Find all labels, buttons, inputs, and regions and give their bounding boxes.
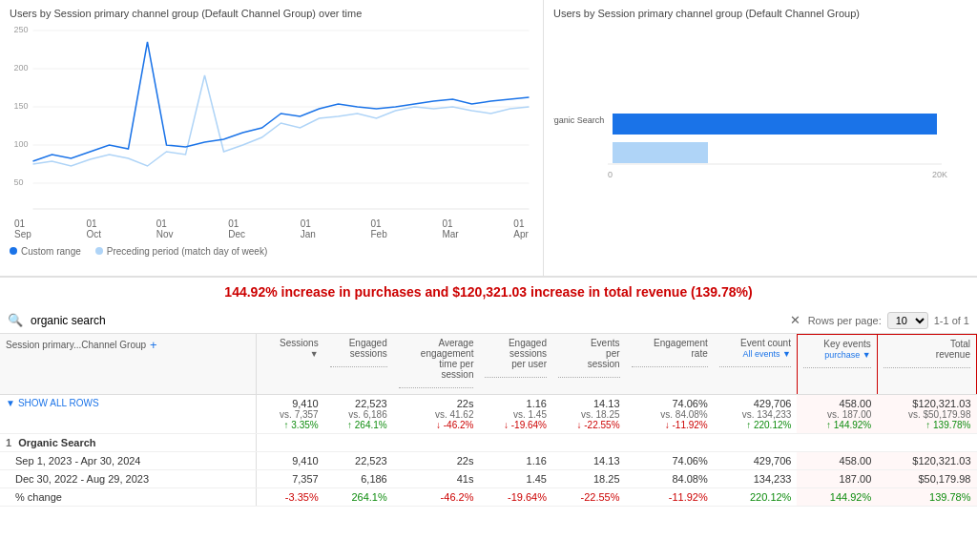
detail-sessions-change: -3.35% <box>256 488 323 507</box>
rows-per-page-control: Rows per page: 10 25 50 1-1 of 1 <box>808 312 969 329</box>
data-table: Session primary...Channel Group + Sessio… <box>0 334 977 508</box>
chevron-icon: ▼ <box>6 398 15 408</box>
detail-key-events-current: 458.00 <box>797 452 877 470</box>
bar-chart-title: Users by Session primary channel group (… <box>553 8 967 19</box>
show-rows-label[interactable]: SHOW ALL ROWS <box>18 398 99 408</box>
detail-events-per-change: -22.55% <box>552 488 626 507</box>
svg-text:Organic Search: Organic Search <box>553 115 604 125</box>
summary-events-per: 14.13 vs. 18.25 ↓ -22.55% <box>552 395 626 434</box>
summary-eng-per-user: 1.16 vs. 1.45 ↓ -19.64% <box>479 395 552 434</box>
highlight-text: 144.92% increase in purchases and $120,3… <box>224 284 752 300</box>
legend-preceding-period: Preceding period (match day of week) <box>107 246 267 257</box>
summary-sessions: 9,410 vs. 7,357 ↑ 3.35% <box>256 395 323 434</box>
search-icon: 🔍 <box>8 313 23 327</box>
detail-avg-change: -46.2% <box>393 488 480 507</box>
svg-rect-12 <box>613 142 708 163</box>
col-header-engaged-sessions: Engagedsessions <box>324 334 393 395</box>
detail-label-current: Sep 1, 2023 - Apr 30, 2024 <box>0 452 256 470</box>
summary-key-events: 458.00 vs. 187.00 ↑ 144.92% <box>797 395 877 434</box>
detail-revenue-preceding: $50,179.98 <box>877 470 976 488</box>
detail-label-change: % change <box>0 488 256 507</box>
table-section: 🔍 ✕ Rows per page: 10 25 50 1-1 of 1 <box>0 308 977 560</box>
detail-revenue-current: $120,321.03 <box>877 452 976 470</box>
add-dimension-button[interactable]: + <box>150 338 157 352</box>
detail-event-count-preceding: 134,233 <box>714 470 798 488</box>
detail-engaged-current: 22,523 <box>324 452 393 470</box>
detail-engaged-preceding: 6,186 <box>324 470 393 488</box>
col-header-sessions: Sessions▼ <box>256 334 323 395</box>
svg-text:100: 100 <box>14 139 29 149</box>
col-header-engagement-rate: Engagementrate <box>626 334 714 395</box>
detail-events-per-current: 14.13 <box>552 452 626 470</box>
main-container: Users by Session primary channel group (… <box>0 0 977 560</box>
bar-chart-svg: Organic Search 0 20K <box>553 23 967 214</box>
summary-revenue: $120,321.03 vs. $50,179.98 ↑ 139.78% <box>877 395 976 434</box>
bar-chart-area: Organic Search 0 20K <box>553 23 967 233</box>
detail-eng-per-user-current: 1.16 <box>479 452 552 470</box>
rows-per-page-label: Rows per page: <box>808 315 882 326</box>
col-header-avg-engagement: Averageengagementtime persession <box>393 334 480 395</box>
summary-show-rows: ▼ SHOW ALL ROWS <box>0 395 256 434</box>
x-axis-labels: 01Sep 01Oct 01Nov 01Dec 01Jan 01Feb 01Ma… <box>10 218 533 239</box>
summary-event-count: 429,706 vs. 134,233 ↑ 220.12% <box>714 395 798 434</box>
detail-avg-current: 22s <box>393 452 480 470</box>
svg-text:20K: 20K <box>932 170 947 179</box>
summary-avg-eng: 22s vs. 41.62 ↓ -46.2% <box>393 395 480 434</box>
detail-sessions-current: 9,410 <box>256 452 323 470</box>
detail-engaged-change: 264.1% <box>324 488 393 507</box>
chart-legend: Custom range Preceding period (match day… <box>10 246 533 257</box>
detail-row-change: % change -3.35% 264.1% -46.2% -19.64% -2… <box>0 488 977 507</box>
organic-search-label: 1 Organic Search <box>0 434 256 452</box>
detail-label-preceding: Dec 30, 2022 - Aug 29, 2023 <box>0 470 256 488</box>
summary-eng-rate: 74.06% vs. 84.08% ↓ -11.92% <box>626 395 714 434</box>
search-clear-icon[interactable]: ✕ <box>790 313 800 327</box>
svg-text:0: 0 <box>608 170 613 179</box>
page-info: 1-1 of 1 <box>934 315 969 326</box>
detail-eng-per-user-preceding: 1.45 <box>479 470 552 488</box>
detail-row-preceding: Dec 30, 2022 - Aug 29, 2023 7,357 6,186 … <box>0 470 977 488</box>
legend-custom-range: Custom range <box>21 246 81 257</box>
detail-revenue-change: 139.78% <box>877 488 976 507</box>
detail-event-count-change: 220.12% <box>714 488 798 507</box>
col-header-events-per-session: Eventspersession <box>552 334 626 395</box>
search-bar: 🔍 ✕ Rows per page: 10 25 50 1-1 of 1 <box>0 308 977 334</box>
col-header-key-events: Key eventspurchase ▼ <box>797 334 877 395</box>
detail-events-per-preceding: 18.25 <box>552 470 626 488</box>
col-header-total-revenue: Totalrevenue <box>877 334 976 395</box>
svg-rect-13 <box>613 114 937 135</box>
detail-avg-preceding: 41s <box>393 470 480 488</box>
organic-search-row: 1 Organic Search <box>0 434 977 452</box>
detail-eng-rate-change: -11.92% <box>626 488 714 507</box>
col-header-engaged-per-user: Engagedsessionsper user <box>479 334 552 395</box>
charts-row: Users by Session primary channel group (… <box>0 0 977 277</box>
line-chart-svg: 250 200 150 100 50 <box>10 23 533 214</box>
col-header-event-count: Event countAll events ▼ <box>714 334 798 395</box>
highlight-banner: 144.92% increase in purchases and $120,3… <box>0 277 977 308</box>
bar-chart-section: Users by Session primary channel group (… <box>544 0 977 276</box>
detail-sessions-preceding: 7,357 <box>256 470 323 488</box>
svg-text:200: 200 <box>14 63 29 73</box>
line-chart-area: 250 200 150 100 50 <box>10 23 533 242</box>
detail-key-events-change: 144.92% <box>797 488 877 507</box>
summary-row: ▼ SHOW ALL ROWS 9,410 vs. 7,357 ↑ 3.35% … <box>0 395 977 434</box>
col-header-dimension: Session primary...Channel Group + <box>0 334 256 395</box>
search-input[interactable] <box>31 314 782 327</box>
detail-event-count-current: 429,706 <box>714 452 798 470</box>
line-chart-title: Users by Session primary channel group (… <box>10 8 533 19</box>
rows-per-page-select[interactable]: 10 25 50 <box>887 312 928 329</box>
detail-row-current: Sep 1, 2023 - Apr 30, 2024 9,410 22,523 … <box>0 452 977 470</box>
summary-engaged: 22,523 vs. 6,186 ↑ 264.1% <box>324 395 393 434</box>
svg-text:50: 50 <box>14 177 24 187</box>
line-chart-section: Users by Session primary channel group (… <box>0 0 544 276</box>
detail-eng-rate-current: 74.06% <box>626 452 714 470</box>
detail-key-events-preceding: 187.00 <box>797 470 877 488</box>
detail-eng-rate-preceding: 84.08% <box>626 470 714 488</box>
svg-text:250: 250 <box>14 25 29 34</box>
svg-text:150: 150 <box>14 101 29 111</box>
detail-eng-per-user-change: -19.64% <box>479 488 552 507</box>
session-group-label: Session primary...Channel Group <box>6 340 146 350</box>
